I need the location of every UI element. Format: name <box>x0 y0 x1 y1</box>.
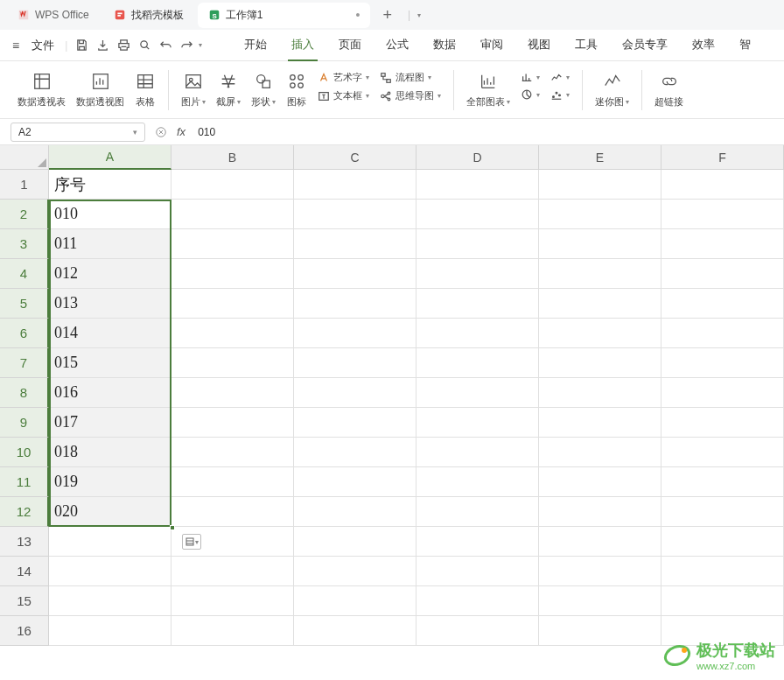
tab-review[interactable]: 审阅 <box>477 30 507 61</box>
row-header[interactable]: 14 <box>0 557 49 586</box>
cell[interactable] <box>416 408 539 438</box>
tab-formula[interactable]: 公式 <box>382 30 412 61</box>
app-tab-wps[interactable]: WPS Office <box>7 4 100 26</box>
row-header[interactable]: 11 <box>0 467 49 497</box>
pivot-table-button[interactable]: 数据透视表 <box>18 71 66 109</box>
cell[interactable] <box>416 289 539 319</box>
cell[interactable] <box>416 378 539 408</box>
cell[interactable] <box>662 527 784 557</box>
cell[interactable] <box>539 348 662 378</box>
preview-icon[interactable] <box>136 37 153 54</box>
mindmap-button[interactable]: 思维导图▾ <box>380 89 441 102</box>
cell[interactable] <box>416 467 539 497</box>
qat-dropdown[interactable]: ▾ <box>199 41 202 49</box>
tab-page[interactable]: 页面 <box>335 30 365 61</box>
cell[interactable] <box>294 170 416 200</box>
row-header[interactable]: 10 <box>0 438 49 467</box>
row-header[interactable]: 16 <box>0 616 49 646</box>
cell[interactable] <box>662 229 784 259</box>
cell[interactable]: 015 <box>49 348 172 378</box>
col-header-C[interactable]: C <box>294 145 416 170</box>
cell[interactable] <box>294 467 416 497</box>
print-icon[interactable] <box>115 37 132 54</box>
cell[interactable] <box>172 200 294 229</box>
cell[interactable] <box>416 170 539 200</box>
cell[interactable] <box>662 497 784 527</box>
tab-list-dropdown[interactable]: ▾ <box>417 11 421 19</box>
row-header[interactable]: 1 <box>0 170 49 200</box>
cell[interactable] <box>662 408 784 438</box>
cell[interactable] <box>294 408 416 438</box>
cell[interactable] <box>416 259 539 289</box>
cell[interactable] <box>294 259 416 289</box>
cell[interactable] <box>172 408 294 438</box>
cell[interactable] <box>294 616 416 646</box>
cell[interactable] <box>172 229 294 259</box>
col-header-B[interactable]: B <box>172 145 294 170</box>
cell[interactable] <box>294 586 416 616</box>
formula-input[interactable]: 010 <box>192 126 774 138</box>
cell[interactable]: 011 <box>49 229 172 259</box>
cell[interactable] <box>662 438 784 467</box>
selection-handle[interactable] <box>170 525 175 530</box>
cell[interactable] <box>172 289 294 319</box>
row-header[interactable]: 6 <box>0 319 49 348</box>
cell[interactable]: 013 <box>49 289 172 319</box>
cell[interactable]: 019 <box>49 467 172 497</box>
select-all-corner[interactable] <box>0 145 49 170</box>
cell[interactable] <box>416 616 539 646</box>
scatter-chart-button[interactable]: ▾ <box>550 88 570 101</box>
cell[interactable] <box>294 200 416 229</box>
tab-tools[interactable]: 工具 <box>571 30 601 61</box>
cell[interactable] <box>172 467 294 497</box>
tab-insert[interactable]: 插入 <box>288 30 318 61</box>
row-header[interactable]: 4 <box>0 259 49 289</box>
cell[interactable]: 020 <box>49 497 172 527</box>
cell[interactable]: 014 <box>49 319 172 348</box>
cell[interactable]: 012 <box>49 259 172 289</box>
cell[interactable] <box>662 170 784 200</box>
tab-data[interactable]: 数据 <box>430 30 459 61</box>
row-header[interactable]: 8 <box>0 378 49 408</box>
cell[interactable] <box>416 319 539 348</box>
cell[interactable] <box>539 467 662 497</box>
cell[interactable] <box>294 527 416 557</box>
row-header[interactable]: 5 <box>0 289 49 319</box>
undo-icon[interactable] <box>157 37 174 54</box>
export-icon[interactable] <box>94 37 111 54</box>
cell[interactable]: 010 <box>49 200 172 229</box>
textbox-button[interactable]: 文本框▾ <box>318 89 369 102</box>
screenshot-button[interactable]: 截屏▾ <box>216 71 241 109</box>
cell[interactable] <box>539 586 662 616</box>
row-header[interactable]: 3 <box>0 229 49 259</box>
cell[interactable]: 017 <box>49 408 172 438</box>
cell[interactable] <box>294 557 416 586</box>
cell[interactable] <box>294 438 416 467</box>
tab-view[interactable]: 视图 <box>524 30 554 61</box>
table-button[interactable]: 表格 <box>135 71 156 109</box>
menu-file[interactable]: 文件 <box>26 38 60 53</box>
cell[interactable] <box>172 319 294 348</box>
redo-icon[interactable] <box>178 37 195 54</box>
app-tab-workbook[interactable]: S 工作簿1 • <box>198 3 371 28</box>
cell[interactable] <box>662 200 784 229</box>
cell[interactable] <box>662 289 784 319</box>
cell[interactable] <box>662 378 784 408</box>
sparkline-button[interactable]: 迷你图▾ <box>595 71 629 109</box>
cell[interactable] <box>416 348 539 378</box>
cell[interactable] <box>539 527 662 557</box>
wordart-button[interactable]: 艺术字▾ <box>318 71 369 84</box>
tab-smart[interactable]: 智 <box>736 30 754 61</box>
hyperlink-button[interactable]: 超链接 <box>654 71 683 109</box>
row-header[interactable]: 12 <box>0 497 49 527</box>
bar-chart-button[interactable]: ▾ <box>521 71 540 83</box>
cell[interactable] <box>416 497 539 527</box>
picture-button[interactable]: 图片▾ <box>181 71 206 109</box>
cell[interactable] <box>539 229 662 259</box>
cell[interactable] <box>539 170 662 200</box>
cell[interactable] <box>416 586 539 616</box>
cancel-formula-icon[interactable] <box>152 123 170 141</box>
tab-start[interactable]: 开始 <box>241 30 270 61</box>
cell[interactable] <box>172 170 294 200</box>
hamburger-icon[interactable]: ≡ <box>9 39 23 53</box>
